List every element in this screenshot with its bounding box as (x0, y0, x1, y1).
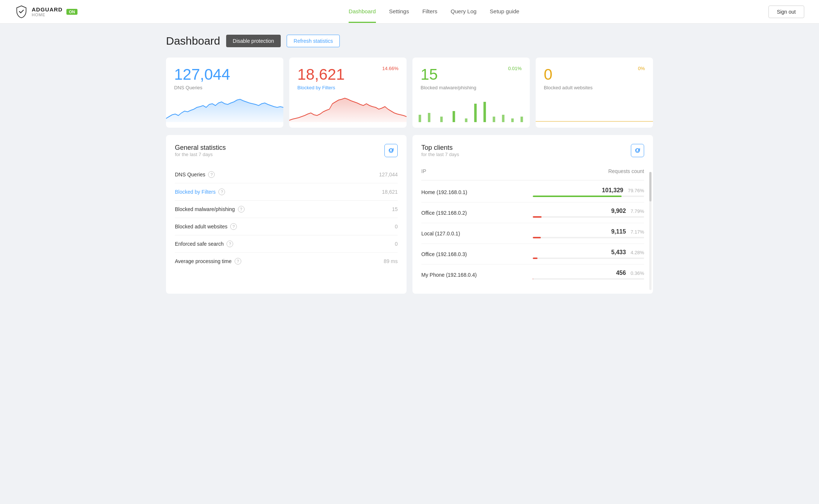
blocked-adult-chart (536, 96, 653, 122)
stats-value-dns: 127,044 (350, 166, 398, 183)
svg-rect-0 (419, 115, 421, 122)
disable-protection-button[interactable]: Disable protection (226, 35, 281, 47)
general-stats-subtitle: for the last 7 days (175, 152, 226, 157)
stat-card-bm-header: 15 0.01% (421, 66, 522, 83)
client-requests-3: 5,433 4.28% (533, 249, 644, 259)
client-name-3: Office (192.168.0.3) (421, 251, 533, 257)
malware-help-icon[interactable]: ? (238, 206, 245, 213)
svg-rect-9 (511, 118, 514, 122)
nav-settings[interactable]: Settings (389, 1, 409, 23)
page-title: Dashboard (166, 35, 220, 47)
logo-sub: HOME (32, 13, 63, 17)
dns-queries-label: DNS Queries (174, 85, 275, 90)
stat-card-blocked-adult: 0 0% Blocked adult websites (536, 58, 653, 128)
stats-row-processing-time: Average processing time ? 89 ms (175, 253, 398, 270)
page-title-row: Dashboard Disable protection Refresh sta… (166, 35, 653, 47)
client-count-3: 5,433 (611, 249, 626, 255)
refresh-icon-clients (635, 148, 640, 153)
client-requests-2: 9,115 7.17% (533, 228, 644, 238)
stats-value-adult: 0 (350, 218, 398, 235)
client-bar-fill-2 (533, 237, 541, 238)
stats-value-processing-time: 89 ms (350, 253, 398, 270)
stats-row-adult: Blocked adult websites ? 0 (175, 218, 398, 235)
nav-query-log[interactable]: Query Log (451, 1, 477, 23)
general-stats-refresh-button[interactable] (384, 144, 398, 157)
svg-rect-3 (453, 111, 455, 122)
top-clients-subtitle: for the last 7 days (421, 152, 459, 157)
client-bar-1 (533, 216, 644, 218)
client-bar-fill-1 (533, 216, 542, 218)
blocked-malware-percent: 0.01% (508, 66, 522, 71)
blocked-malware-label: Blocked malware/phishing (421, 85, 522, 90)
client-count-0: 101,329 (602, 187, 623, 193)
stat-card-dns-queries: 127,044 DNS Queries (166, 58, 283, 128)
client-row-0: Home (192.168.0.1) 101,329 79.76% (421, 182, 644, 202)
blocked-filters-help-icon[interactable]: ? (218, 189, 225, 195)
client-bar-3 (533, 258, 644, 259)
blocked-filters-percent: 14.66% (382, 66, 398, 71)
logo-text: ADGUARD HOME (32, 6, 63, 17)
client-pct-2: 7.17% (630, 229, 644, 235)
main-content: Dashboard Disable protection Refresh sta… (151, 24, 668, 305)
safe-search-help-icon[interactable]: ? (227, 241, 233, 247)
client-pct-0: 79.76% (628, 188, 644, 193)
svg-rect-6 (483, 102, 486, 122)
client-requests-4: 456 0.36% (533, 270, 644, 280)
client-requests-1: 9,902 7.79% (533, 208, 644, 218)
client-name-4: My Phone (192.168.0.4) (421, 272, 533, 278)
blocked-malware-chart (412, 96, 530, 122)
stats-row-blocked-filters: Blocked by Filters ? 18,621 (175, 183, 398, 201)
sign-out-button[interactable]: Sign out (768, 6, 804, 18)
refresh-icon (388, 148, 394, 153)
stats-label-processing-time: Average processing time ? (175, 258, 350, 265)
general-stats-header: General statistics for the last 7 days (175, 144, 398, 164)
stat-card-blocked-filters: 18,621 14.66% Blocked by Filters (289, 58, 407, 128)
top-clients-title: Top clients (421, 144, 459, 152)
nav-setup-guide[interactable]: Setup guide (490, 1, 519, 23)
stat-card-ba-header: 0 0% (544, 66, 645, 83)
dns-queries-help-icon[interactable]: ? (208, 171, 215, 178)
client-name-0: Home (192.168.0.1) (421, 189, 533, 195)
stats-label-adult: Blocked adult websites ? (175, 223, 350, 230)
client-pct-4: 0.36% (630, 270, 644, 276)
main-nav: Dashboard Settings Filters Query Log Set… (100, 1, 768, 23)
client-row-2: Local (127.0.0.1) 9,115 7.17% (421, 223, 644, 244)
client-pct-3: 4.28% (630, 250, 644, 255)
client-row-4: My Phone (192.168.0.4) 456 0.36% (421, 264, 644, 285)
dns-queries-chart (166, 96, 283, 122)
client-bar-4 (533, 278, 644, 280)
nav-filters[interactable]: Filters (422, 1, 438, 23)
top-clients-refresh-button[interactable] (631, 144, 644, 157)
stats-label-dns: DNS Queries ? (175, 171, 350, 178)
svg-rect-7 (493, 117, 495, 122)
client-pct-1: 7.79% (630, 208, 644, 214)
stats-row-malware: Blocked malware/phishing ? 15 (175, 201, 398, 218)
general-stats-table: DNS Queries ? 127,044 Blocked by Filters… (175, 166, 398, 270)
clients-list: Home (192.168.0.1) 101,329 79.76% Office… (421, 182, 644, 285)
client-row-1: Office (192.168.0.2) 9,902 7.79% (421, 202, 644, 223)
stats-value-safe-search: 0 (350, 235, 398, 253)
scrollbar-thumb[interactable] (649, 172, 652, 201)
general-stats-title-group: General statistics for the last 7 days (175, 144, 226, 164)
general-stats-panel: General statistics for the last 7 days D… (166, 135, 407, 294)
svg-rect-10 (521, 117, 523, 122)
adult-help-icon[interactable]: ? (230, 223, 237, 230)
blocked-adult-number: 0 (544, 66, 552, 83)
svg-rect-4 (465, 118, 467, 122)
client-name-2: Local (127.0.0.1) (421, 231, 533, 237)
refresh-statistics-button[interactable]: Refresh statistics (287, 35, 340, 47)
client-bar-0 (533, 196, 644, 197)
stat-card-dns-header: 127,044 (174, 66, 275, 83)
client-requests-0: 101,329 79.76% (533, 187, 644, 197)
protection-badge: ON (66, 9, 78, 15)
adguard-logo-icon (15, 5, 28, 18)
blocked-filters-number: 18,621 (297, 66, 345, 83)
blocked-malware-number: 15 (421, 66, 438, 83)
nav-dashboard[interactable]: Dashboard (349, 1, 376, 23)
col-ip-header: IP (421, 166, 533, 176)
bottom-section: General statistics for the last 7 days D… (166, 135, 653, 294)
stats-value-malware: 15 (350, 201, 398, 218)
processing-time-help-icon[interactable]: ? (235, 258, 241, 265)
scrollbar-track[interactable] (649, 172, 652, 290)
top-clients-title-group: Top clients for the last 7 days (421, 144, 459, 164)
